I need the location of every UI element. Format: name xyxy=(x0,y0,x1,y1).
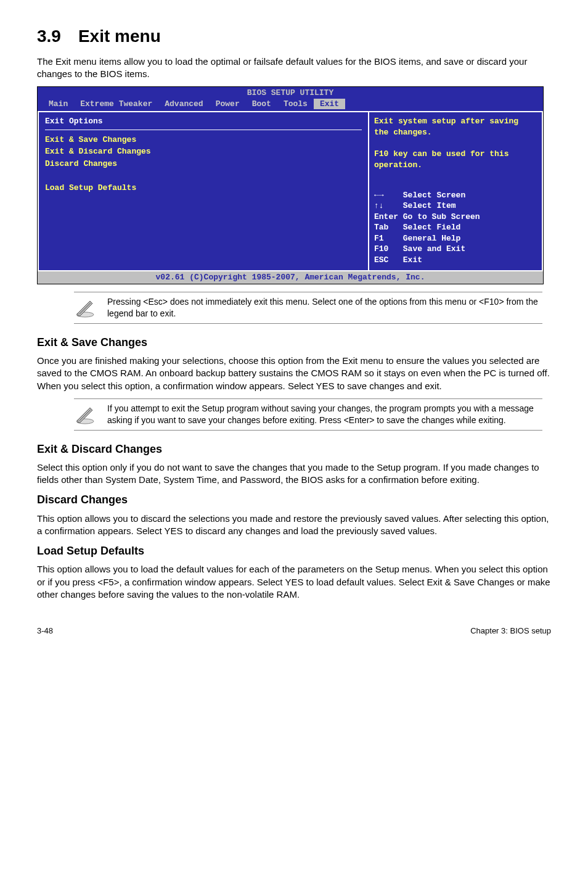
page-title: 3.9 Exit menu xyxy=(37,25,551,48)
bios-option: Exit & Discard Changes xyxy=(45,146,362,158)
bios-screenshot: BIOS SETUP UTILITY Main Extreme Tweaker … xyxy=(37,86,544,284)
bios-option: Discard Changes xyxy=(45,158,362,170)
bios-tab-power: Power xyxy=(210,99,246,110)
section-heading: Discard Changes xyxy=(37,492,551,507)
bios-tab-exit: Exit xyxy=(314,99,345,110)
bios-option-spacer xyxy=(45,170,362,183)
bios-right-panel: Exit system setup after saving the chang… xyxy=(369,112,543,271)
bios-left-panel: Exit Options Exit & Save Changes Exit & … xyxy=(38,112,369,271)
bios-option: Exit & Save Changes xyxy=(45,134,362,146)
section-heading: Exit & Discard Changes xyxy=(37,442,551,456)
section-heading: Exit & Save Changes xyxy=(37,335,551,350)
bios-tab-main: Main xyxy=(43,99,74,110)
section-body: Select this option only if you do not wa… xyxy=(37,461,551,487)
section-body: This option allows you to discard the se… xyxy=(37,513,551,538)
chapter-label: Chapter 3: BIOS setup xyxy=(470,625,551,637)
bios-title: BIOS SETUP UTILITY xyxy=(38,87,543,99)
bios-option: Load Setup Defaults xyxy=(45,182,362,194)
bios-key-legend: ←→ Select Screen ↑↓ Select Item Enter Go… xyxy=(369,186,542,271)
note-box: If you attempt to exit the Setup program… xyxy=(74,398,542,431)
bios-tabs: Main Extreme Tweaker Advanced Power Boot… xyxy=(38,99,543,112)
bios-tab-extreme: Extreme Tweaker xyxy=(74,99,158,110)
note-text: If you attempt to exit the Setup program… xyxy=(107,403,542,426)
section-body: This option allows you to load the defau… xyxy=(37,563,551,601)
pencil-icon xyxy=(74,403,96,425)
intro-text: The Exit menu items allow you to load th… xyxy=(37,56,551,81)
bios-tab-tools: Tools xyxy=(277,99,314,110)
note-text: Pressing <Esc> does not immediately exit… xyxy=(107,296,542,320)
page-footer: 3-48 Chapter 3: BIOS setup xyxy=(37,625,551,637)
bios-help-text: Exit system setup after saving the chang… xyxy=(369,112,542,186)
section-heading: Load Setup Defaults xyxy=(37,543,551,558)
page-number: 3-48 xyxy=(37,625,53,637)
bios-footer: v02.61 (C)Copyright 1985-2007, American … xyxy=(38,271,543,284)
bios-tab-advanced: Advanced xyxy=(158,99,209,110)
pencil-icon xyxy=(74,296,96,318)
bios-panel-header: Exit Options xyxy=(45,116,362,130)
section-body: Once you are finished making your select… xyxy=(37,355,551,392)
note-box: Pressing <Esc> does not immediately exit… xyxy=(74,292,542,324)
bios-tab-boot: Boot xyxy=(246,99,277,110)
